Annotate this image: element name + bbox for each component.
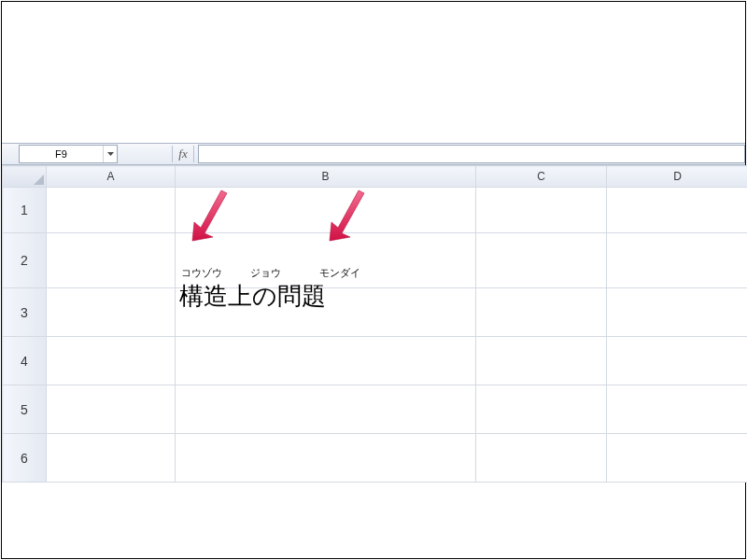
ruby-kouzou: コウゾウ bbox=[181, 266, 250, 280]
row-header-2[interactable]: 2 bbox=[3, 233, 47, 288]
col-header-A[interactable]: A bbox=[47, 166, 176, 188]
cell-C1[interactable] bbox=[476, 188, 607, 233]
ruby-line: コウゾウジョウモンダイ bbox=[181, 266, 360, 280]
cell-C2[interactable] bbox=[476, 233, 607, 288]
col-header-C[interactable]: C bbox=[476, 166, 607, 188]
formula-input[interactable] bbox=[198, 145, 745, 163]
cell-D1[interactable] bbox=[607, 188, 748, 233]
cell-D5[interactable] bbox=[607, 385, 748, 434]
cell-C3[interactable] bbox=[476, 288, 607, 337]
cell-C5[interactable] bbox=[476, 385, 607, 434]
cell-A4[interactable] bbox=[47, 337, 176, 385]
name-box-value: F9 bbox=[20, 148, 103, 160]
cell-C4[interactable] bbox=[476, 337, 607, 385]
select-all-corner[interactable] bbox=[3, 166, 47, 188]
name-box-dropdown[interactable] bbox=[103, 146, 117, 162]
col-header-B[interactable]: B bbox=[176, 166, 476, 188]
blank-ribbon-area bbox=[2, 2, 745, 143]
cell-A3[interactable] bbox=[47, 288, 176, 337]
cell-B6[interactable] bbox=[176, 434, 476, 483]
col-header-D[interactable]: D bbox=[607, 166, 748, 188]
cell-D4[interactable] bbox=[607, 337, 748, 385]
cell-D2[interactable] bbox=[607, 233, 748, 288]
cell-C6[interactable] bbox=[476, 434, 607, 483]
cell-A5[interactable] bbox=[47, 385, 176, 434]
row-header-3[interactable]: 3 bbox=[3, 288, 47, 337]
cell-A2[interactable] bbox=[47, 233, 176, 288]
ruby-jou: ジョウ bbox=[250, 266, 319, 280]
row-header-1[interactable]: 1 bbox=[3, 188, 47, 233]
svg-marker-0 bbox=[107, 152, 114, 156]
row-header-4[interactable]: 4 bbox=[3, 337, 47, 385]
cell-B4[interactable] bbox=[176, 337, 476, 385]
name-box[interactable]: F9 bbox=[19, 145, 118, 163]
row-header-5[interactable]: 5 bbox=[3, 385, 47, 434]
cell-B1[interactable] bbox=[176, 188, 476, 233]
cell-B2[interactable]: コウゾウジョウモンダイ 構造上の問題 bbox=[176, 233, 476, 288]
cell-A6[interactable] bbox=[47, 434, 176, 483]
cell-B5[interactable] bbox=[176, 385, 476, 434]
ruby-mondai: モンダイ bbox=[319, 266, 360, 280]
worksheet-grid[interactable]: A B C D 1 2 bbox=[2, 165, 745, 483]
cell-A1[interactable] bbox=[47, 188, 176, 233]
fx-icon[interactable]: fx bbox=[173, 144, 193, 164]
cell-D6[interactable] bbox=[607, 434, 748, 483]
cell-D3[interactable] bbox=[607, 288, 748, 337]
cell-B2-text: 構造上の問題 bbox=[179, 280, 326, 313]
row-header-6[interactable]: 6 bbox=[3, 434, 47, 483]
formula-bar: F9 fx bbox=[2, 143, 745, 165]
